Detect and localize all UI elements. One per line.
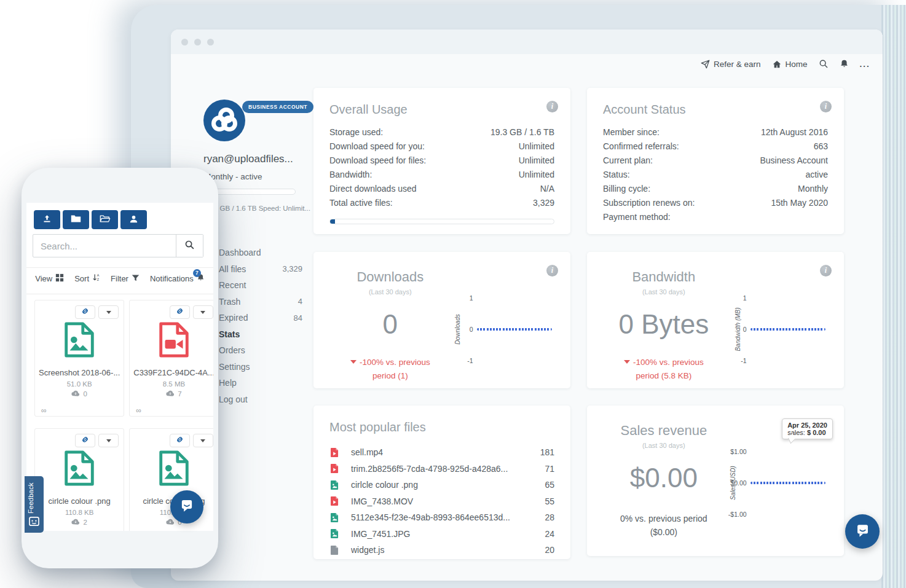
copy-link-button[interactable] — [75, 305, 95, 319]
status-row-value: 12th August 2016 — [761, 125, 828, 139]
divider — [26, 267, 213, 268]
expiry-infinity: ∞ — [136, 406, 141, 415]
sidebar-item-all-files[interactable]: All files3,329 — [219, 261, 302, 278]
image-file-icon — [35, 321, 124, 358]
file-download-count: 2 — [83, 519, 87, 526]
copy-link-button[interactable] — [75, 434, 95, 447]
file-menu-button[interactable] — [193, 434, 213, 447]
svg-text:Z: Z — [97, 278, 100, 281]
file-menu-button[interactable] — [98, 305, 119, 319]
sidebar-item-expired[interactable]: Expired84 — [219, 310, 302, 326]
copy-link-button[interactable] — [170, 305, 190, 319]
new-folder-button[interactable] — [63, 210, 89, 229]
svg-text:A: A — [97, 273, 100, 277]
image-file-icon — [130, 450, 213, 487]
caret-down-icon — [200, 311, 205, 314]
video-file-icon — [331, 464, 340, 473]
sidebar-item-stats[interactable]: Stats — [219, 326, 302, 343]
account-email: ryan@uploadfiles... — [203, 153, 293, 165]
cloud-download-icon — [71, 390, 80, 398]
link-icon — [175, 435, 184, 446]
file-card[interactable]: C339F21C-94DC-4A... 8.5 MB 7 ∞ — [129, 300, 213, 417]
view-toggle[interactable]: View — [35, 273, 64, 284]
bandwidth-chart: Bandwidth (MB) 10-1 — [725, 295, 828, 364]
file-menu-button[interactable] — [98, 434, 119, 447]
feedback-face-icon — [29, 517, 39, 528]
link-icon — [81, 435, 90, 446]
file-card[interactable]: Screenshot 2018-06-... 51.0 KB 0 ∞ — [34, 300, 124, 417]
chat-widget-button[interactable] — [170, 490, 203, 523]
expiry-infinity: ∞ — [41, 406, 47, 415]
screenshot-root: Refer & earn Home ... BUSINESS ACCOUNT r… — [0, 0, 906, 588]
phone-screen: View Sort AZ Filter Notifications 7 — [26, 203, 213, 531]
home-label: Home — [786, 60, 808, 69]
usage-row-value: 19.3 GB / 1.6 TB — [490, 125, 554, 139]
usage-row-label: Download speed for you: — [329, 139, 425, 154]
caret-down-icon — [624, 360, 630, 364]
sort-control[interactable]: Sort AZ — [74, 273, 100, 284]
filter-control[interactable]: Filter — [111, 274, 140, 284]
all-files-count: 3,329 — [282, 264, 302, 273]
file-size: 51.0 KB — [35, 380, 124, 388]
sidebar-item-trash[interactable]: Trash4 — [219, 294, 302, 310]
downloads-chart: Downloads 10-1 — [451, 295, 554, 364]
info-icon[interactable]: i — [820, 101, 832, 112]
refer-and-earn-link[interactable]: Refer & earn — [701, 60, 761, 69]
download-count: 65 — [530, 480, 554, 490]
download-count: 55 — [530, 496, 554, 506]
search-button[interactable] — [819, 59, 829, 69]
image-file-icon — [331, 529, 340, 538]
download-count: 181 — [530, 447, 554, 457]
more-menu-button[interactable]: ... — [860, 60, 870, 69]
upload-button[interactable] — [34, 210, 60, 229]
image-file-icon — [331, 480, 340, 490]
sidebar-item-logout[interactable]: Log out — [219, 391, 302, 408]
download-count: 71 — [530, 464, 554, 474]
home-link[interactable]: Home — [772, 60, 808, 69]
notifications-button[interactable] — [840, 59, 849, 69]
popular-file-row: widget.js 20 — [329, 542, 554, 559]
info-icon[interactable]: i — [546, 265, 558, 276]
popular-file-row: trim.2b8256f5-7cda-4798-925d-a428a6... 7… — [329, 461, 554, 477]
usage-row-value: Unlimited — [519, 139, 554, 154]
sidebar-item-orders[interactable]: Orders — [219, 342, 302, 359]
account-button[interactable] — [120, 210, 147, 229]
feedback-label: Feedback — [27, 481, 41, 515]
status-row-value: Business Account — [760, 154, 828, 168]
info-icon[interactable]: i — [546, 101, 558, 112]
notifications-control[interactable]: Notifications 7 — [150, 273, 205, 284]
sidebar-item-recent[interactable]: Recent — [219, 277, 302, 294]
usage-row-value: N/A — [540, 182, 554, 196]
file-size: 110.8 KB — [35, 509, 124, 516]
popular-files-title: Most popular files — [329, 420, 554, 434]
info-icon[interactable]: i — [820, 265, 832, 276]
downloads-chart-ylabel: Downloads — [454, 314, 461, 344]
cloud-download-icon — [166, 518, 175, 526]
chat-widget-button[interactable] — [845, 514, 880, 549]
usage-row-value: 3,329 — [533, 196, 554, 210]
search-submit-button[interactable] — [176, 235, 203, 257]
account-status-title: Account Status — [603, 103, 828, 117]
usage-row-label: Direct downloads used — [329, 182, 417, 196]
tooltip-date: Apr 25, 2020 — [787, 421, 827, 429]
open-folder-button[interactable] — [92, 210, 118, 229]
sidebar-item-help[interactable]: Help — [219, 375, 302, 391]
feedback-tab[interactable]: Feedback — [25, 476, 44, 533]
file-card[interactable]: cirlcle colour .png 110.8 KB 2 ∞ — [34, 428, 124, 531]
usage-row-label: Storage used: — [329, 125, 383, 139]
popular-file-row: sell.mp4 181 — [329, 444, 554, 461]
download-count: 20 — [530, 545, 554, 555]
copy-link-button[interactable] — [170, 434, 190, 447]
popular-file-row: cirlcle colour .png 65 — [329, 477, 554, 493]
sidebar-item-dashboard[interactable]: Dashboard — [219, 245, 302, 261]
sales-chart-ylabel: Sales (USD) — [730, 466, 736, 500]
file-size: 8.5 MB — [130, 380, 213, 388]
generic-file-icon — [331, 546, 340, 555]
search-input[interactable] — [33, 235, 176, 257]
cloud-download-icon — [166, 390, 175, 398]
file-menu-button[interactable] — [193, 305, 213, 319]
sidebar-item-settings[interactable]: Settings — [219, 359, 302, 375]
trash-count: 4 — [298, 297, 302, 306]
video-file-icon — [331, 496, 340, 506]
popular-files-card: Most popular files sell.mp4 181 trim.2b8… — [313, 406, 570, 559]
